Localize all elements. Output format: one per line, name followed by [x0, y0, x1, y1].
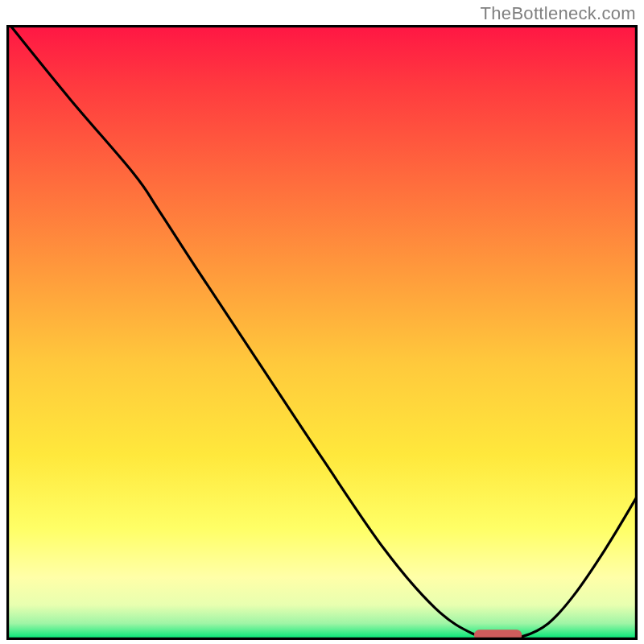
- chart-frame: [6, 25, 638, 640]
- watermark-text: TheBottleneck.com: [481, 3, 636, 24]
- chart-background: [8, 27, 637, 639]
- chart-svg: [6, 25, 638, 640]
